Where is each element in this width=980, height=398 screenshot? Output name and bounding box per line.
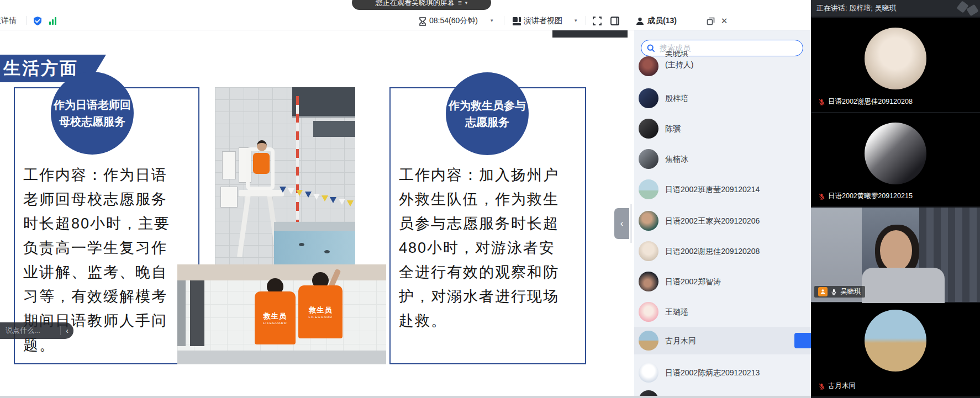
photo-lifeguard-pool xyxy=(215,87,355,264)
members-panel-title: 成员(13) xyxy=(647,11,677,30)
member-action-button[interactable] xyxy=(794,333,811,348)
hourglass-icon xyxy=(417,16,428,27)
lifeguard-figure: 救生员 LIFEGUARD xyxy=(255,278,296,361)
search-icon xyxy=(647,44,655,52)
participant-name: 古月木同 xyxy=(828,381,856,391)
panel-collapse-handle[interactable]: ‹ xyxy=(614,208,629,239)
fullscreen-icon[interactable] xyxy=(592,15,603,26)
avatar xyxy=(639,149,658,169)
avatar xyxy=(639,56,658,76)
avatar xyxy=(639,390,658,396)
member-row[interactable] xyxy=(634,386,811,396)
member-row[interactable]: 王璐瑶 xyxy=(634,298,811,326)
popout-icon[interactable] xyxy=(705,15,716,26)
member-name: 吴晓琪 xyxy=(665,51,688,58)
participant-name: 日语2002黄曦雯209120215 xyxy=(828,192,913,201)
avatar xyxy=(865,310,926,372)
participant-name: 吴晓琪 xyxy=(840,287,861,296)
avatar xyxy=(639,119,658,139)
close-icon[interactable]: ✕ xyxy=(719,15,730,26)
view-layout-icon xyxy=(511,15,522,26)
avatar xyxy=(639,272,658,291)
shared-screen-edge xyxy=(552,30,628,38)
quick-chat-input[interactable]: 说点什么... ‹ xyxy=(0,322,73,339)
screen-sharing-badge-icon xyxy=(818,287,828,296)
member-row[interactable]: 古月木同 xyxy=(634,327,811,354)
member-row[interactable]: 日语2002郑智涛 xyxy=(634,268,811,295)
member-name: 焦楠冰 xyxy=(665,145,688,173)
members-panel: 吴晓琪 (主持人) 殷梓培 陈骥 焦楠冰 日语2002班唐莹209120214 … xyxy=(634,30,811,396)
member-name: 日语2002郑智涛 xyxy=(665,268,721,295)
member-row[interactable]: 日语2002王家兴209120206 xyxy=(634,207,811,235)
member-name: 王璐瑶 xyxy=(665,298,688,326)
member-row[interactable]: 日语2002陈炳志209120213 xyxy=(634,359,811,386)
divider xyxy=(504,16,504,25)
slide-circle-right: 作为救生员参与 志愿服务 xyxy=(446,72,529,155)
collapse-left-icon[interactable]: ‹ xyxy=(60,326,73,335)
menu-icon: ≡ xyxy=(458,0,462,7)
member-row[interactable]: 殷梓培 xyxy=(634,84,811,112)
slide-body-right: 工作内容：加入扬州户 外救生队伍，作为救生 员参与志愿服务时长超 480小时，对… xyxy=(399,163,559,333)
view-mode-selector[interactable]: 演讲者视图 xyxy=(524,11,562,30)
quick-chat-placeholder: 说点什么... xyxy=(0,326,60,336)
member-name: 古月木同 xyxy=(665,327,696,354)
window-bottom-edge xyxy=(0,396,811,398)
member-name: 日语2002班唐莹209120214 xyxy=(665,176,760,203)
avatar xyxy=(639,88,658,108)
lifeguard-figure: 救生员 LIFEGUARD xyxy=(298,272,343,360)
member-name: 日语2002谢思佳209120208 xyxy=(665,237,760,265)
active-speaker-bar: 正在讲话: 殷梓培; 吴晓琪 xyxy=(811,0,980,17)
video-sidebar: 正在讲话: 殷梓培; 吴晓琪 日语2002谢思佳209120208 日语2002… xyxy=(811,0,980,398)
meeting-app-window: 您正在观看吴晓琪的屏幕 ≡ ▾ 会议详情 08:54(60分钟) ▾ 演讲者视图… xyxy=(0,0,980,398)
chevron-down-icon[interactable]: ▾ xyxy=(575,11,577,30)
watching-screen-banner[interactable]: 您正在观看吴晓琪的屏幕 ≡ ▾ xyxy=(352,0,491,10)
member-name: 殷梓培 xyxy=(665,84,688,112)
avatar xyxy=(639,241,658,261)
video-tile[interactable]: 古月木同 xyxy=(811,303,980,396)
avatar xyxy=(639,363,658,383)
mic-on-icon xyxy=(830,288,837,296)
video-tile[interactable]: 日语2002谢思佳209120208 xyxy=(811,18,980,112)
avatar xyxy=(639,211,658,231)
avatar xyxy=(639,331,658,351)
divider xyxy=(27,16,27,25)
collapse-left-icon: ‹ xyxy=(620,218,624,229)
security-shield-icon[interactable] xyxy=(32,15,43,26)
chevron-down-icon: ▾ xyxy=(465,0,468,6)
photo-lifeguards-locker: 救生员 LIFEGUARD 救生员 LIFEGUARD xyxy=(177,264,386,364)
member-row[interactable]: 日语2002谢思佳209120208 xyxy=(634,237,811,265)
avatar xyxy=(639,179,658,199)
scrollbar[interactable] xyxy=(630,204,632,243)
member-row[interactable]: 陈骥 xyxy=(634,115,811,142)
meeting-detail-link[interactable]: 会议详情 xyxy=(0,11,25,30)
toolbar: 会议详情 08:54(60分钟) ▾ 演讲者视图 ▾ 成员(13) xyxy=(0,11,811,30)
member-name: 日语2002陈炳志209120213 xyxy=(665,359,760,386)
members-icon xyxy=(634,15,645,26)
divider xyxy=(586,16,586,25)
slide-title: 生活方面 xyxy=(3,59,78,78)
member-role: (主持人) xyxy=(665,60,693,70)
muted-mic-icon xyxy=(818,193,825,200)
video-tile-camera[interactable]: 吴晓琪 xyxy=(811,208,980,302)
participant-name: 日语2002谢思佳209120208 xyxy=(828,97,913,107)
avatar xyxy=(865,28,926,89)
member-name: 陈骥 xyxy=(665,115,681,142)
screen-share-area: 生活方面 作为日语老师回 母校志愿服务 工作内容：作为日语 老师回母校志愿服务 … xyxy=(0,30,634,396)
muted-mic-icon xyxy=(818,383,825,390)
member-row[interactable]: 日语2002班唐莹209120214 xyxy=(634,176,811,203)
side-panel-toggle-icon[interactable] xyxy=(609,15,620,26)
avatar xyxy=(639,302,658,322)
watching-screen-label: 您正在观看吴晓琪的屏幕 xyxy=(376,0,455,8)
member-name: 日语2002王家兴209120206 xyxy=(665,207,760,235)
chevron-down-icon[interactable]: ▾ xyxy=(491,11,493,30)
video-tile[interactable]: 日语2002黄曦雯209120215 xyxy=(811,113,980,206)
muted-mic-icon xyxy=(818,98,825,106)
network-signal-icon[interactable] xyxy=(48,15,59,26)
lifeguard-figure xyxy=(253,153,270,174)
member-row[interactable]: 吴晓琪 (主持人) xyxy=(634,52,811,80)
avatar xyxy=(865,123,926,184)
slide-circle-left: 作为日语老师回 母校志愿服务 xyxy=(51,72,134,155)
member-row[interactable]: 焦楠冰 xyxy=(634,145,811,173)
meeting-timer[interactable]: 08:54(60分钟) xyxy=(429,11,478,30)
